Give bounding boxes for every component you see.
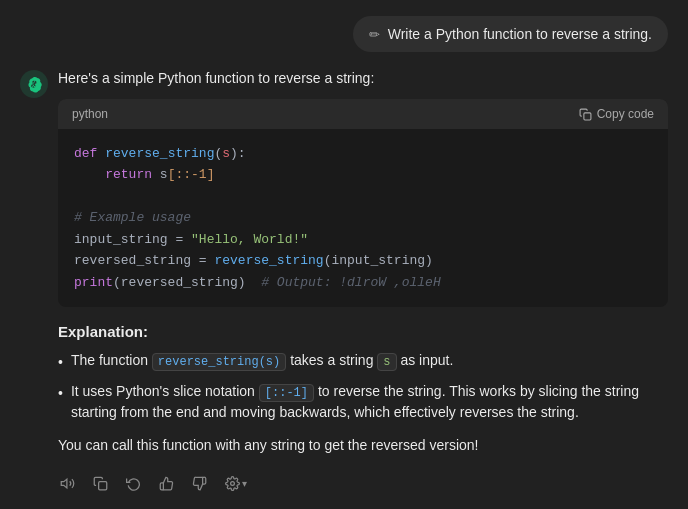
assistant-avatar (20, 70, 48, 98)
thumbdown-button[interactable] (190, 474, 209, 493)
copy-code-label: Copy code (597, 107, 654, 121)
copy-button[interactable] (91, 474, 110, 493)
more-options-button[interactable]: ▾ (223, 474, 249, 493)
code-line-2: return s[::-1] (74, 164, 652, 185)
regenerate-button[interactable] (124, 474, 143, 493)
svg-point-4 (231, 482, 235, 486)
code-line-6: reversed_string = reverse_string(input_s… (74, 250, 652, 271)
assistant-row: Here's a simple Python function to rever… (0, 60, 688, 505)
svg-marker-2 (61, 479, 67, 488)
user-message-text: Write a Python function to reverse a str… (388, 26, 652, 42)
code-body: def reverse_string(s): return s[::-1] # … (58, 129, 668, 307)
bullet-item-2: • It uses Python's slice notation [::-1]… (58, 381, 668, 423)
explanation-section: Explanation: • The function reverse_stri… (58, 323, 668, 423)
speaker-button[interactable] (58, 474, 77, 493)
svg-rect-1 (584, 112, 591, 119)
closing-text: You can call this function with any stri… (58, 435, 668, 456)
code-language: python (72, 107, 108, 121)
pencil-icon: ✏ (369, 27, 380, 42)
code-line-3 (74, 186, 652, 207)
user-message-bubble: ✏ Write a Python function to reverse a s… (353, 16, 668, 52)
assistant-intro: Here's a simple Python function to rever… (58, 68, 668, 89)
thumbup-button[interactable] (157, 474, 176, 493)
svg-rect-3 (99, 482, 107, 490)
code-line-4: # Example usage (74, 207, 652, 228)
bullet-item-1: • The function reverse_string(s) takes a… (58, 350, 668, 373)
more-options-arrow: ▾ (242, 478, 247, 489)
code-line-1: def reverse_string(s): (74, 143, 652, 164)
code-block-header: python Copy code (58, 99, 668, 129)
copy-code-button[interactable]: Copy code (579, 107, 654, 121)
code-line-5: input_string = "Hello, World!" (74, 229, 652, 250)
bullet-dot-1: • (58, 352, 63, 373)
bullet-list: • The function reverse_string(s) takes a… (58, 350, 668, 423)
user-message-row: ✏ Write a Python function to reverse a s… (0, 0, 688, 60)
bullet-text-1: The function reverse_string(s) takes a s… (71, 350, 668, 371)
explanation-title: Explanation: (58, 323, 668, 340)
action-bar: ▾ (58, 470, 668, 497)
bullet-dot-2: • (58, 383, 63, 404)
bullet-text-2: It uses Python's slice notation [::-1] t… (71, 381, 668, 423)
assistant-content: Here's a simple Python function to rever… (58, 68, 668, 497)
code-line-7: print(reversed_string) # Output: !dlroW … (74, 272, 652, 293)
code-block-wrapper: python Copy code def reverse_string(s): … (58, 99, 668, 307)
svg-point-0 (20, 70, 48, 98)
